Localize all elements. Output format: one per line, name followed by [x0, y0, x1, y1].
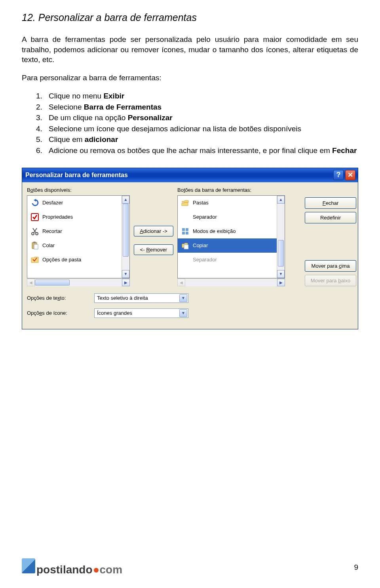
page-footer: postilando com 9	[22, 558, 358, 576]
scroll-track[interactable]	[277, 204, 285, 270]
steps-list: Clique no menu Exibir Selecione Barra de…	[36, 91, 358, 156]
scroll-thumb[interactable]	[123, 204, 129, 257]
add-button[interactable]: Adicionar ->	[134, 226, 173, 236]
separator-icon	[181, 213, 190, 221]
scroll-left-button[interactable]: ◀	[27, 279, 35, 286]
page-number: 9	[354, 563, 358, 572]
text-option-combo[interactable]: Texto seletivo à direita ▼	[94, 293, 188, 303]
current-hscroll[interactable]: ◀ ▶	[177, 278, 285, 286]
section-title-text: Personalizar a barra de ferramentas	[38, 12, 197, 23]
step-5: Clique em adicionar	[36, 134, 358, 145]
scroll-down-button[interactable]: ▼	[122, 270, 129, 278]
cut-icon	[30, 227, 39, 236]
section-number: 12.	[22, 12, 36, 23]
list-item[interactable]: Colar	[27, 238, 122, 253]
svg-rect-7	[186, 228, 188, 231]
intro-paragraph: A barra de ferramentas pode ser personal…	[22, 34, 358, 65]
hscroll-thumb[interactable]	[35, 280, 70, 285]
list-item[interactable]: Opções de pasta	[27, 253, 122, 267]
section-heading: 12. Personalizar a barra de ferramentas	[22, 12, 358, 23]
scroll-down-button[interactable]: ▼	[277, 270, 285, 278]
list-item[interactable]: Copiar	[178, 238, 277, 253]
icon-option-combo[interactable]: Ícones grandes ▼	[94, 308, 188, 318]
brand-logo: postilando com	[22, 558, 122, 576]
undo-icon	[30, 199, 39, 207]
list-item-label: Separador	[193, 214, 217, 220]
step-1: Clique no menu Exibir	[36, 91, 358, 101]
list-item[interactable]: Separador	[178, 253, 277, 267]
svg-rect-10	[184, 245, 188, 249]
steps-intro: Para personalizar a barra de ferramentas…	[22, 74, 358, 82]
titlebar[interactable]: Personalizar barra de ferramentas ? ✕	[22, 168, 358, 182]
list-item-label: Recortar	[42, 228, 62, 234]
brand-dot-icon	[94, 568, 99, 573]
available-hscroll[interactable]: ◀ ▶	[27, 278, 130, 286]
available-scrollbar[interactable]: ▲ ▼	[122, 196, 129, 278]
list-item[interactable]: Desfazer	[27, 196, 122, 210]
step-3: De um clique na opção Personalizar	[36, 113, 358, 123]
move-up-button[interactable]: Mover para cima	[305, 260, 356, 272]
list-item-label: Copiar	[193, 242, 208, 248]
reset-button[interactable]: Redefinir	[305, 212, 356, 223]
scroll-up-button[interactable]: ▲	[122, 196, 129, 204]
folders-icon	[181, 199, 190, 207]
toolbar-buttons-label: Botões da barra de ferramentas:	[177, 187, 285, 193]
available-buttons-label: Botões disponíveis:	[27, 187, 130, 193]
list-item[interactable]: Pastas	[178, 196, 277, 210]
list-item-label: Modos de exibição	[193, 228, 236, 234]
available-column: Botões disponíveis: Desfazer Propriedade…	[27, 187, 130, 286]
scroll-left-button[interactable]: ◀	[177, 279, 185, 286]
chevron-down-icon[interactable]: ▼	[179, 309, 187, 317]
dialog-body: Botões disponíveis: Desfazer Propriedade…	[22, 182, 358, 329]
svg-rect-5	[34, 244, 38, 249]
scroll-thumb[interactable]	[278, 240, 284, 267]
close-button[interactable]: Fechar	[305, 197, 356, 209]
step-2: Selecione Barra de Ferramentas	[36, 102, 358, 112]
current-scrollbar[interactable]: ▲ ▼	[277, 196, 285, 278]
list-item-label: Propriedades	[42, 214, 73, 220]
svg-rect-9	[186, 232, 188, 234]
move-down-button[interactable]: Mover para baixo	[305, 275, 356, 286]
hscroll-track[interactable]	[185, 279, 277, 286]
icon-option-label: Opções de ícone:	[27, 310, 86, 316]
paste-icon	[30, 241, 39, 250]
dialog-title: Personalizar barra de ferramentas	[25, 172, 128, 179]
help-button[interactable]: ?	[333, 170, 344, 180]
scroll-right-button[interactable]: ▶	[277, 279, 285, 286]
list-item-label: Desfazer	[42, 200, 63, 206]
text-option-label: Opções de texto:	[27, 295, 86, 301]
titlebar-buttons: ? ✕	[333, 170, 355, 180]
available-list-wrap: Desfazer Propriedades Recortar	[27, 195, 130, 286]
svg-rect-6	[182, 228, 185, 231]
scroll-right-button[interactable]: ▶	[122, 279, 130, 286]
current-list-wrap: Pastas Separador Modos de exibição	[177, 195, 285, 286]
list-item-label: Colar	[42, 242, 55, 248]
icon-option-row: Opções de ícone: Ícones grandes ▼	[27, 308, 353, 318]
svg-rect-4	[33, 242, 36, 243]
step-4: Selecione um ícone que desejamos adicion…	[36, 124, 358, 134]
folder-options-icon	[30, 255, 39, 264]
hscroll-track[interactable]	[35, 279, 122, 286]
step-6: Adicione ou remova os botões que lhe ach…	[36, 146, 358, 156]
svg-rect-8	[182, 232, 185, 234]
current-column: Botões da barra de ferramentas: Pastas S…	[177, 187, 285, 286]
chevron-down-icon[interactable]: ▼	[179, 294, 187, 302]
copy-icon	[181, 241, 190, 250]
options-section: Opções de texto: Texto seletivo à direit…	[27, 293, 353, 318]
logo-badge-icon	[22, 558, 35, 573]
list-item[interactable]: Modos de exibição	[178, 224, 277, 238]
close-icon: ✕	[348, 171, 353, 179]
close-window-button[interactable]: ✕	[345, 170, 355, 180]
side-buttons: Fechar Redefinir Mover para cima Mover p…	[289, 187, 356, 286]
remove-button[interactable]: <- Remover	[134, 244, 173, 255]
scroll-track[interactable]	[122, 204, 129, 270]
brand-name-1: postilando	[36, 563, 93, 576]
combo-value: Texto seletivo à direita	[97, 295, 148, 301]
list-item[interactable]: Separador	[178, 210, 277, 224]
available-listbox[interactable]: Desfazer Propriedades Recortar	[27, 195, 130, 278]
scroll-up-button[interactable]: ▲	[277, 196, 285, 204]
view-modes-icon	[181, 227, 190, 236]
list-item[interactable]: Propriedades	[27, 210, 122, 224]
current-listbox[interactable]: Pastas Separador Modos de exibição	[177, 195, 285, 278]
list-item[interactable]: Recortar	[27, 224, 122, 238]
